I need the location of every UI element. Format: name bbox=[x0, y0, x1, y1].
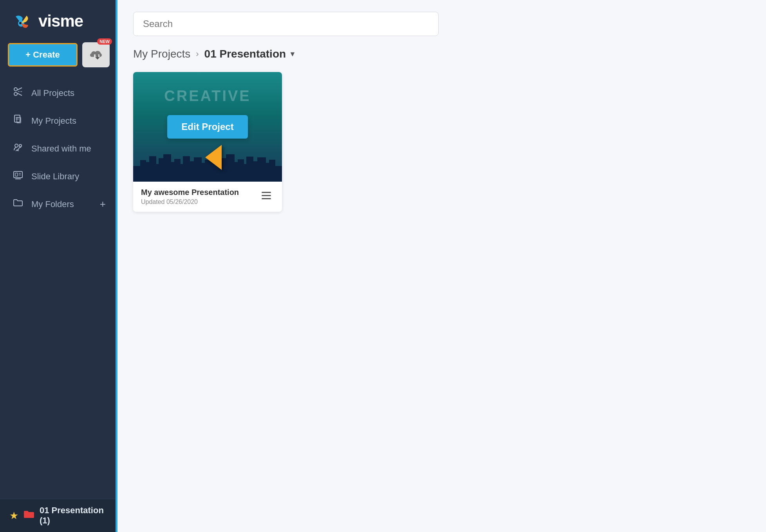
svg-rect-21 bbox=[140, 160, 146, 182]
svg-rect-47 bbox=[275, 166, 282, 182]
sidebar-item-shared-with-me-label: Shared with me bbox=[31, 144, 91, 154]
sidebar-item-my-folders-label: My Folders bbox=[31, 199, 74, 209]
hamburger-icon bbox=[262, 192, 271, 200]
svg-point-1 bbox=[19, 22, 22, 24]
project-card: CREATIVE bbox=[133, 72, 282, 212]
svg-rect-17 bbox=[15, 173, 18, 176]
project-updated: Updated 05/26/2020 bbox=[141, 198, 239, 206]
svg-rect-37 bbox=[221, 158, 227, 182]
svg-point-3 bbox=[14, 92, 17, 96]
sidebar-item-my-projects-label: My Projects bbox=[31, 116, 76, 126]
svg-line-4 bbox=[17, 88, 22, 90]
svg-rect-38 bbox=[226, 154, 235, 182]
project-info: My awesome Presentation Updated 05/26/20… bbox=[133, 182, 282, 212]
svg-point-2 bbox=[14, 88, 17, 91]
sidebar: visme + Create NEW bbox=[0, 0, 117, 532]
svg-rect-7 bbox=[14, 115, 20, 122]
svg-rect-20 bbox=[133, 166, 141, 182]
svg-rect-32 bbox=[194, 157, 202, 182]
svg-line-5 bbox=[17, 93, 22, 96]
breadcrumb-chevron-icon: › bbox=[196, 49, 199, 59]
svg-rect-23 bbox=[149, 156, 156, 182]
cloud-upload-icon bbox=[90, 49, 102, 60]
sidebar-item-all-projects-label: All Projects bbox=[31, 88, 74, 98]
logo-text: visme bbox=[38, 12, 83, 31]
breadcrumb: My Projects › 01 Presentation ▼ bbox=[133, 48, 750, 60]
svg-rect-51 bbox=[262, 195, 271, 196]
project-thumbnail: CREATIVE bbox=[133, 72, 282, 182]
svg-rect-43 bbox=[253, 161, 258, 182]
svg-point-12 bbox=[19, 144, 22, 147]
svg-rect-50 bbox=[262, 192, 271, 193]
edit-project-button[interactable]: Edit Project bbox=[167, 115, 248, 139]
sidebar-actions: + Create NEW bbox=[0, 38, 117, 75]
sidebar-item-slide-library-label: Slide Library bbox=[31, 171, 79, 182]
svg-rect-52 bbox=[262, 198, 271, 199]
library-icon bbox=[12, 170, 24, 183]
sidebar-item-my-folders[interactable]: My Folders + bbox=[0, 190, 117, 218]
sidebar-item-all-projects[interactable]: All Projects bbox=[0, 79, 117, 107]
project-details: My awesome Presentation Updated 05/26/20… bbox=[141, 188, 239, 206]
thumbnail-bg-text: CREATIVE bbox=[164, 88, 251, 105]
svg-point-11 bbox=[15, 144, 18, 147]
arrow-cursor-icon bbox=[205, 145, 222, 170]
project-title: My awesome Presentation bbox=[141, 188, 239, 197]
sidebar-nav: All Projects My Projects bbox=[0, 75, 117, 499]
active-folder-item[interactable]: ★ 01 Presentation (1) bbox=[0, 499, 117, 532]
new-badge: NEW bbox=[97, 38, 112, 45]
breadcrumb-dropdown-icon[interactable]: ▼ bbox=[289, 50, 296, 58]
star-icon: ★ bbox=[9, 510, 18, 522]
svg-rect-31 bbox=[189, 161, 195, 182]
document-icon bbox=[12, 114, 24, 128]
svg-rect-42 bbox=[246, 157, 253, 182]
svg-rect-25 bbox=[159, 158, 164, 182]
upload-button[interactable]: NEW bbox=[82, 42, 110, 67]
active-folder-label: 01 Presentation (1) bbox=[40, 505, 110, 526]
search-input[interactable] bbox=[133, 12, 439, 36]
scissors-icon bbox=[12, 86, 24, 100]
svg-rect-28 bbox=[174, 159, 181, 182]
projects-grid: CREATIVE bbox=[133, 72, 750, 212]
logo-area: visme bbox=[0, 0, 117, 38]
red-folder-icon bbox=[23, 509, 35, 522]
sidebar-item-shared-with-me[interactable]: Shared with me bbox=[0, 135, 117, 162]
project-menu-button[interactable] bbox=[258, 190, 274, 204]
sidebar-item-slide-library[interactable]: Slide Library bbox=[0, 162, 117, 190]
svg-rect-30 bbox=[183, 156, 190, 182]
shared-icon bbox=[12, 142, 24, 155]
svg-rect-44 bbox=[257, 157, 266, 182]
breadcrumb-current: 01 Presentation ▼ bbox=[204, 48, 296, 60]
main-content: My Projects › 01 Presentation ▼ CREATIVE bbox=[117, 0, 766, 532]
folder-icon bbox=[12, 197, 24, 211]
visme-logo-icon bbox=[12, 12, 34, 31]
svg-rect-40 bbox=[238, 159, 244, 182]
create-button[interactable]: + Create bbox=[8, 43, 78, 67]
add-folder-icon[interactable]: + bbox=[100, 198, 106, 210]
breadcrumb-parent[interactable]: My Projects bbox=[133, 48, 190, 60]
sidebar-item-my-projects[interactable]: My Projects bbox=[0, 107, 117, 135]
svg-rect-26 bbox=[163, 154, 171, 182]
svg-rect-46 bbox=[269, 160, 275, 182]
